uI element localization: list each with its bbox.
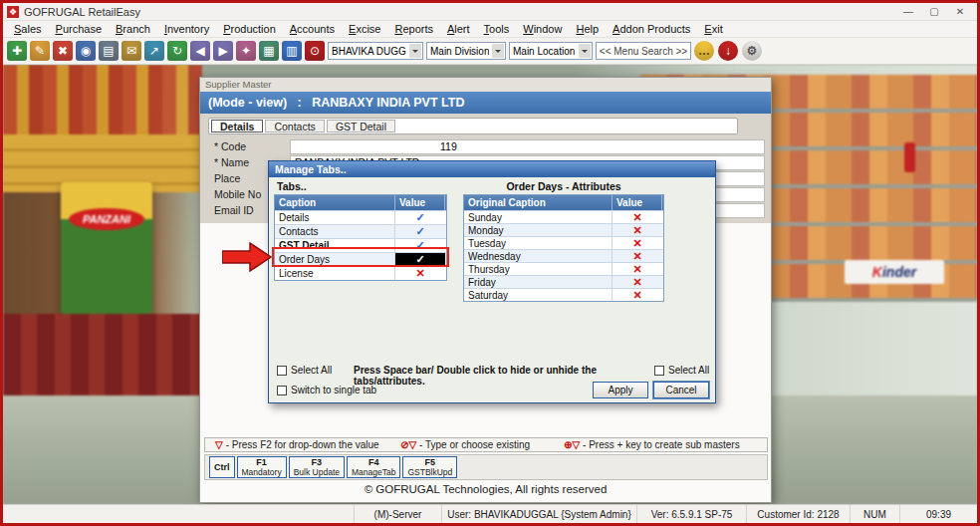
print-icon[interactable]: ▤ — [99, 41, 119, 61]
cross-icon[interactable]: ✕ — [612, 276, 662, 288]
tab-gst-detail[interactable]: GST Detail — [327, 120, 395, 132]
calculator-icon[interactable]: ▦ — [259, 41, 279, 61]
user-combo[interactable]: BHAVIKA DUGG — [328, 42, 423, 60]
select-all-right-checkbox[interactable]: Select All — [654, 365, 709, 376]
cross-icon[interactable]: ✕ — [395, 267, 445, 280]
menu-item-accounts[interactable]: Accounts — [283, 23, 342, 35]
select-all-left-checkbox[interactable]: Select All — [277, 365, 332, 376]
download-icon[interactable]: ↓ — [718, 41, 738, 61]
field-code[interactable]: 119 — [290, 139, 765, 154]
attachment-icon[interactable]: ✦ — [236, 41, 256, 61]
menu-item-production[interactable]: Production — [216, 23, 283, 35]
view-icon[interactable]: ◉ — [76, 41, 96, 61]
caption-column-header: Caption — [275, 195, 395, 210]
status-customer-id: Customer Id: 2128 — [746, 505, 850, 523]
tabs-table-row[interactable]: License✕ — [275, 266, 446, 280]
attributes-table-row[interactable]: Saturday✕ — [464, 288, 663, 301]
tabs-table-row[interactable]: Order Days✓ — [275, 252, 446, 266]
caption-cell[interactable]: Friday — [464, 276, 612, 288]
caption-cell[interactable]: Order Days — [275, 253, 395, 266]
caption-cell[interactable]: Thursday — [464, 263, 612, 275]
delete-icon[interactable]: ✖ — [53, 41, 73, 61]
caption-cell[interactable]: Details — [275, 211, 395, 224]
tabs-table-row[interactable]: Contacts✓ — [275, 224, 446, 238]
cross-icon[interactable]: ✕ — [612, 263, 662, 275]
check-icon[interactable]: ✓ — [395, 211, 445, 224]
menu-item-inventory[interactable]: Inventory — [157, 23, 216, 35]
check-icon[interactable]: ✓ — [395, 253, 445, 266]
status-clock: 09:39 — [899, 505, 977, 523]
checkbox-label: Switch to single tab — [291, 385, 376, 395]
cross-icon[interactable]: ✕ — [612, 250, 662, 262]
menu-item-branch[interactable]: Branch — [109, 23, 157, 35]
prev-record-icon[interactable]: ◀ — [190, 41, 210, 61]
caption-cell[interactable]: Wednesday — [464, 250, 612, 262]
caption-cell[interactable]: Monday — [464, 224, 612, 236]
caption-cell[interactable]: Contacts — [275, 225, 395, 238]
restore-button[interactable]: ▢ — [921, 4, 947, 20]
menu-item-excise[interactable]: Excise — [342, 23, 387, 35]
switch-single-tab-checkbox[interactable]: Switch to single tab — [277, 385, 376, 395]
caption-cell[interactable]: Sunday — [464, 211, 612, 223]
tabs-table-row[interactable]: GST Detail✓ — [275, 238, 446, 252]
caption-cell[interactable]: Saturday — [464, 289, 612, 301]
fnkey-f1[interactable]: F1Mandatory — [237, 456, 287, 478]
tabs-table: Caption Value Details✓Contacts✓GST Detai… — [274, 194, 447, 281]
attributes-table-row[interactable]: Thursday✕ — [464, 262, 663, 275]
check-icon[interactable]: ✓ — [395, 225, 445, 238]
tabs-table-header: Caption Value — [275, 195, 446, 210]
attributes-table-row[interactable]: Sunday✕ — [464, 210, 663, 223]
next-record-icon[interactable]: ▶ — [213, 41, 233, 61]
menu-search-input[interactable]: << Menu Search >> — [596, 42, 691, 60]
caption-cell[interactable]: License — [275, 267, 395, 280]
cross-icon[interactable]: ✕ — [612, 224, 662, 236]
menu-item-sales[interactable]: Sales — [7, 23, 49, 35]
legend-item: ▽- Press F2 for drop-down the value — [215, 439, 379, 450]
tab-details[interactable]: Details — [211, 120, 263, 132]
check-icon[interactable]: ✓ — [395, 239, 445, 252]
attributes-table-row[interactable]: Tuesday✕ — [464, 236, 663, 249]
attributes-table-row[interactable]: Friday✕ — [464, 275, 663, 288]
kinder-sign: Kinder — [845, 260, 944, 284]
fnkey-f4[interactable]: F4ManageTab — [347, 456, 400, 478]
refresh-icon[interactable]: ↻ — [167, 41, 187, 61]
fnkey-ctrl[interactable]: Ctrl — [209, 456, 235, 478]
tabs-table-row[interactable]: Details✓ — [275, 210, 446, 224]
menu-item-reports[interactable]: Reports — [387, 23, 440, 35]
location-combo[interactable]: Main Location — [509, 42, 593, 60]
attributes-table-row[interactable]: Wednesday✕ — [464, 249, 663, 262]
division-combo[interactable]: Main Division — [426, 42, 506, 60]
window-title: GOFRUGAL RetailEasy — [24, 6, 140, 18]
fnkey-f3[interactable]: F3Bulk Update — [289, 456, 345, 478]
minimize-button[interactable]: — — [895, 4, 921, 20]
fnkey-f5[interactable]: F5GSTBlkUpd — [402, 456, 457, 478]
cross-icon[interactable]: ✕ — [612, 237, 662, 249]
dropdown-legend-icon: ⊕▽ — [564, 439, 580, 450]
menu-item-window[interactable]: Window — [516, 23, 569, 35]
menu-item-addon-products[interactable]: Addon Products — [606, 23, 697, 35]
export-icon[interactable]: ↗ — [144, 41, 164, 61]
close-button[interactable]: ✕ — [947, 4, 973, 20]
menu-item-exit[interactable]: Exit — [697, 23, 729, 35]
add-icon[interactable]: ✚ — [7, 41, 27, 61]
panzani-sign: PANZANI — [69, 208, 144, 230]
cross-icon[interactable]: ✕ — [612, 211, 662, 223]
caption-cell[interactable]: Tuesday — [464, 237, 612, 249]
email-icon[interactable]: ✉ — [122, 41, 141, 61]
attributes-table-row[interactable]: Monday✕ — [464, 223, 663, 236]
cross-icon[interactable]: ✕ — [612, 289, 662, 301]
notes-icon[interactable]: … — [694, 41, 714, 61]
attributes-table-body: Sunday✕Monday✕Tuesday✕Wednesday✕Thursday… — [464, 210, 663, 301]
cancel-button[interactable]: Cancel — [653, 382, 709, 398]
tab-contacts[interactable]: Contacts — [265, 120, 324, 132]
chart-icon[interactable]: ▥ — [282, 41, 302, 61]
menu-item-tools[interactable]: Tools — [477, 23, 517, 35]
menu-item-help[interactable]: Help — [569, 23, 606, 35]
caption-cell[interactable]: GST Detail — [275, 239, 395, 252]
settings-gear-icon[interactable]: ⚙ — [742, 41, 762, 61]
edit-icon[interactable]: ✎ — [30, 41, 50, 61]
apply-button[interactable]: Apply — [593, 382, 648, 398]
menu-item-purchase[interactable]: Purchase — [49, 23, 109, 35]
power-icon[interactable]: ⊙ — [305, 41, 325, 61]
menu-item-alert[interactable]: Alert — [440, 23, 477, 35]
